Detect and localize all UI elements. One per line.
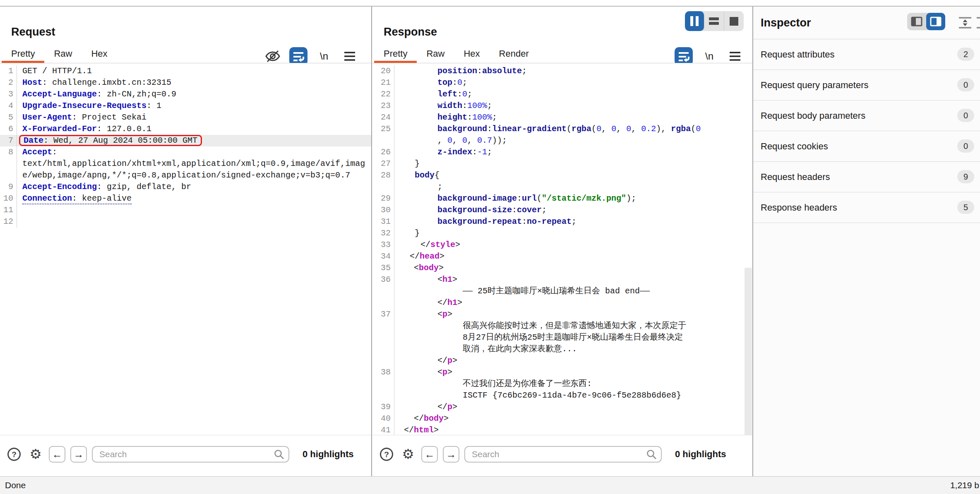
help-icon[interactable]: ? [378, 446, 395, 463]
code-line: 32} [372, 228, 752, 239]
request-response-divider[interactable] [371, 7, 372, 476]
tab-hex[interactable]: Hex [454, 46, 489, 63]
code-line: 29background-image:url("/static/mzk.png"… [372, 193, 752, 204]
tab-render[interactable]: Render [490, 46, 538, 63]
columns-layout-icon[interactable] [685, 11, 704, 31]
request-editor[interactable]: 1GET / HTTP/1.12Host: challenge.imxbt.cn… [0, 63, 371, 435]
line-number [372, 390, 394, 401]
tab-raw[interactable]: Raw [44, 46, 82, 63]
line-number [372, 355, 394, 367]
svg-text:?: ? [12, 450, 17, 459]
rows-layout-icon[interactable] [704, 11, 724, 31]
tab-raw[interactable]: Raw [417, 46, 454, 63]
code-line: ; [372, 181, 752, 193]
inspector-section-request-query-parameters[interactable]: Request query parameters0 [753, 70, 980, 101]
code-line: 1GET / HTTP/1.1 [0, 65, 371, 77]
settings-gear-icon[interactable]: ⚙ [27, 446, 44, 463]
line-number: 21 [372, 77, 394, 89]
request-search-toolbar: ? ⚙ ← → 0 highlights [0, 444, 371, 465]
response-search-input[interactable] [464, 446, 662, 463]
count-badge: 2 [957, 48, 974, 61]
code-line: 31background-repeat:no-repeat; [372, 216, 752, 228]
line-number: 34 [372, 251, 394, 262]
help-icon[interactable]: ? [6, 446, 22, 463]
request-highlights-count: 0 highlights [303, 449, 353, 460]
line-number: 11 [0, 204, 17, 216]
line-number: 7 [0, 135, 17, 146]
line-number [372, 285, 394, 297]
prev-match-button[interactable]: ← [421, 446, 438, 463]
line-number: 39 [372, 401, 394, 413]
line-number: 10 [0, 193, 17, 204]
code-line: 8月27日的杭州场25时主题咖啡厅×晓山瑞希生日会最终决定 [372, 332, 752, 343]
section-label: Response headers [761, 202, 837, 213]
inspector-section-request-cookies[interactable]: Request cookies0 [753, 131, 980, 162]
collapse-all-icon[interactable] [957, 15, 973, 32]
dock-right-icon[interactable] [926, 13, 945, 30]
code-line: 26z-index:-1; [372, 146, 752, 158]
line-number: 1 [0, 65, 17, 77]
count-badge: 0 [957, 109, 974, 122]
line-number: 6 [0, 123, 17, 135]
single-layout-icon[interactable] [724, 11, 744, 31]
line-number: 24 [372, 112, 394, 123]
code-line: </p> [372, 355, 752, 367]
dock-left-icon[interactable] [907, 13, 926, 30]
tab-hex[interactable]: Hex [82, 46, 117, 63]
code-line: 不过我们还是为你准备了一些东西: [372, 378, 752, 390]
inspector-section-response-headers[interactable]: Response headers5 [753, 192, 980, 223]
tab-pretty[interactable]: Pretty [374, 46, 417, 63]
next-match-button[interactable]: → [70, 446, 87, 463]
response-scrollbar[interactable] [745, 268, 752, 435]
code-line: 40</body> [372, 413, 752, 424]
line-number: 20 [372, 65, 394, 77]
expand-all-icon[interactable] [975, 15, 980, 32]
line-number: 23 [372, 100, 394, 112]
code-line: 38<p> [372, 367, 752, 378]
code-line: 35<body> [372, 262, 752, 274]
code-line: , 0, 0, 0.7)); [372, 135, 752, 146]
line-number [372, 320, 394, 332]
line-number: 38 [372, 367, 394, 378]
prev-match-button[interactable]: ← [49, 446, 65, 463]
inspector-section-request-body-parameters[interactable]: Request body parameters0 [753, 101, 980, 131]
code-line: e/webp,image/apng,*/*;q=0.8,application/… [0, 170, 371, 181]
code-line: 取消，在此向大家深表歉意... [372, 343, 752, 355]
line-number [372, 135, 394, 146]
line-number: 31 [372, 216, 394, 228]
line-number: 28 [372, 170, 394, 181]
back-arrow-icon: ← [52, 448, 62, 460]
count-badge: 5 [957, 201, 974, 214]
section-label: Request headers [761, 172, 830, 182]
section-label: Request cookies [761, 141, 828, 152]
next-match-button[interactable]: → [443, 446, 459, 463]
line-number [372, 343, 394, 355]
newline-label: \n [320, 50, 328, 62]
count-badge: 9 [957, 170, 974, 183]
back-arrow-icon: ← [425, 448, 435, 460]
request-search-input[interactable] [92, 446, 289, 463]
line-number: 30 [372, 204, 394, 216]
inspector-section-request-attributes[interactable]: Request attributes2 [753, 39, 980, 70]
tab-pretty[interactable]: Pretty [2, 46, 44, 63]
line-number: 35 [372, 262, 394, 274]
code-line: 3Accept-Language: zh-CN,zh;q=0.9 [0, 89, 371, 100]
inspector-header: Inspector [753, 7, 980, 39]
inspector-title: Inspector [761, 17, 811, 29]
line-number: 29 [372, 193, 394, 204]
line-number: 36 [372, 274, 394, 285]
code-line: 9Accept-Encoding: gzip, deflate, br [0, 181, 371, 193]
inspector-section-request-headers[interactable]: Request headers9 [753, 162, 980, 192]
code-line: 22left:0; [372, 89, 752, 100]
settings-gear-icon[interactable]: ⚙ [400, 446, 416, 463]
line-number: 27 [372, 158, 394, 170]
line-number: 9 [0, 181, 17, 193]
newline-label: \n [705, 50, 713, 62]
code-line: 27} [372, 158, 752, 170]
status-text: Done [5, 480, 26, 490]
search-icon [646, 449, 657, 461]
code-line: </h1> [372, 297, 752, 309]
request-searchbox [92, 446, 289, 463]
response-editor[interactable]: 20position:absolute;21top:0;22left:0;23w… [372, 63, 752, 435]
code-line: 6X-Forwarded-For: 127.0.0.1 [0, 123, 371, 135]
